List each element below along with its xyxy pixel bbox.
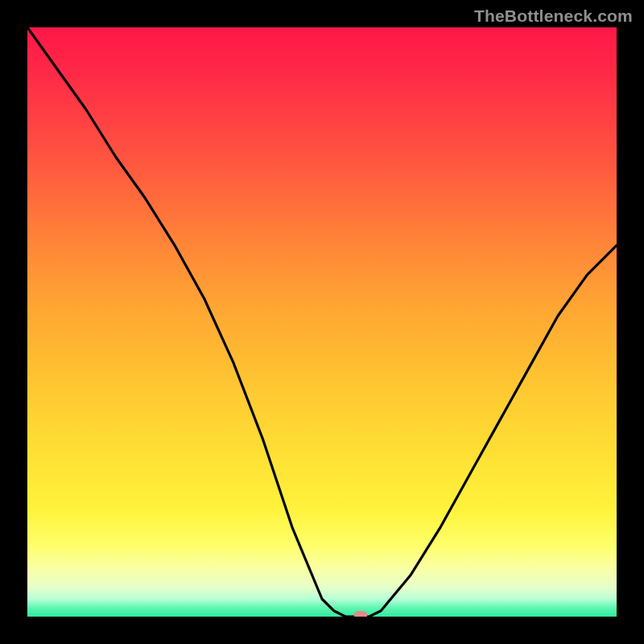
plot-area xyxy=(27,27,617,617)
bottleneck-curve xyxy=(27,27,617,617)
watermark-text: TheBottleneck.com xyxy=(474,6,633,26)
optimal-marker xyxy=(354,611,367,617)
chart-frame: TheBottleneck.com xyxy=(0,0,644,644)
